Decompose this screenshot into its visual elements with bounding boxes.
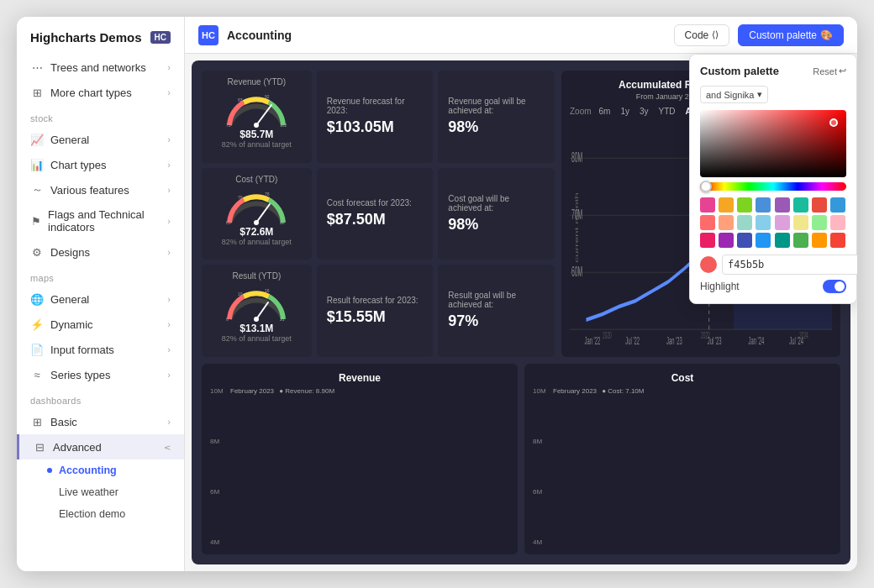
svg-text:21: 21 — [280, 317, 285, 322]
sidebar-item-advanced[interactable]: ⊟ Advanced ∨ — [17, 434, 184, 459]
section-label-stock: stock — [17, 105, 184, 127]
swatch-18[interactable] — [737, 233, 752, 248]
sidebar-sub-item-accounting[interactable]: Accounting — [17, 459, 184, 481]
rev-y-mid: 8M — [210, 438, 225, 445]
palette-icon: 🎨 — [820, 29, 833, 41]
swatch-8[interactable] — [700, 215, 715, 230]
swatch-19[interactable] — [756, 233, 771, 248]
sidebar-item-more-chart-types[interactable]: ⊞ More chart types › — [17, 80, 184, 105]
wave-icon: ～ — [30, 183, 44, 197]
swatch-0[interactable] — [700, 197, 715, 213]
cost-y-mid: 8M — [533, 438, 548, 445]
svg-point-7 — [254, 220, 259, 225]
revenue-bar-title: Revenue — [210, 372, 509, 384]
reset-button[interactable]: Reset ↩ — [813, 66, 846, 76]
app-logo: HC — [198, 25, 218, 45]
code-button[interactable]: Code ⟨⟩ — [674, 24, 730, 46]
svg-text:Jan '23: Jan '23 — [666, 335, 682, 347]
swatch-1[interactable] — [719, 197, 734, 213]
color-picker-area[interactable] — [700, 110, 846, 177]
zoom-6m[interactable]: 6m — [597, 106, 613, 117]
revenue-gauge-subtitle: 82% of annual target — [222, 140, 292, 149]
sidebar-item-designs[interactable]: ⚙ Designs › — [17, 239, 184, 265]
swatch-4[interactable] — [775, 197, 790, 213]
reset-icon: ↩ — [839, 66, 846, 76]
highlight-label: Highlight — [700, 281, 740, 292]
sidebar-sub-item-election-demo[interactable]: Election demo — [17, 503, 184, 525]
svg-text:92: 92 — [265, 94, 270, 99]
sidebar-item-various[interactable]: ～ Various features › — [17, 177, 184, 202]
cost-y-top: 10M — [533, 387, 548, 395]
swatch-3[interactable] — [756, 197, 771, 213]
swatch-15[interactable] — [830, 215, 845, 230]
zoom-ytd[interactable]: YTD — [656, 106, 678, 117]
swatch-9[interactable] — [719, 215, 734, 230]
swatch-22[interactable] — [812, 233, 827, 248]
bar-col — [277, 545, 299, 546]
swatch-6[interactable] — [812, 197, 827, 213]
sidebar-item-series-types[interactable]: ≈ Series types › — [17, 362, 184, 387]
swatch-23[interactable] — [830, 233, 845, 248]
zoom-3y[interactable]: 3y — [637, 106, 651, 117]
bar-col — [787, 545, 808, 546]
swatch-14[interactable] — [812, 215, 827, 230]
swatch-17[interactable] — [719, 233, 734, 248]
cost-bar-panel: Cost 10M 8M 6M 4M February 2023 ● — [524, 364, 840, 554]
bar-col — [577, 545, 598, 546]
app-badge: HC — [150, 31, 171, 44]
sidebar-item-chart-types[interactable]: 📊 Chart types › — [17, 152, 184, 177]
hue-thumb[interactable] — [700, 181, 712, 192]
result-gauge-panel: Result (YTD) 6 10 16 — [202, 265, 312, 357]
sidebar-item-input-formats[interactable]: 📄 Input formats › — [17, 337, 184, 362]
cost-legend-dot: ● — [602, 387, 606, 395]
font-dropdown[interactable]: and Signika ▾ — [700, 86, 768, 103]
rev-legend-label: Revenue: 8.90M — [285, 387, 334, 395]
swatch-2[interactable] — [737, 197, 752, 213]
cost-forecast-label: Cost forecast for 2023: — [327, 198, 424, 207]
svg-point-1 — [254, 123, 259, 128]
svg-text:6: 6 — [226, 317, 229, 322]
rev-y-top: 10M — [210, 387, 225, 395]
swatch-5[interactable] — [793, 197, 808, 213]
rev-y-low: 6M — [210, 488, 225, 496]
bar-col — [371, 545, 392, 546]
revenue-forecast-label: Revenue forecast for 2023: — [327, 97, 424, 115]
cost-forecast-panel: Cost forecast for 2023: $87.50M — [317, 168, 434, 260]
custom-palette-button[interactable]: Custom palette 🎨 — [738, 24, 844, 46]
swatch-21[interactable] — [793, 233, 808, 248]
sidebar-sub-item-live-weather[interactable]: Live weather — [17, 481, 184, 503]
result-gauge-value: $13.1M — [240, 323, 273, 334]
swatch-10[interactable] — [737, 215, 752, 230]
svg-text:2024: 2024 — [799, 330, 808, 341]
chevron-icon: › — [167, 319, 171, 329]
svg-text:70: 70 — [238, 195, 243, 200]
zoom-1y[interactable]: 1y — [618, 106, 632, 117]
sidebar-item-dynamic[interactable]: ⚡ Dynamic › — [17, 312, 184, 337]
bar-col — [763, 545, 785, 546]
sidebar-item-maps-general[interactable]: 🌐 General › — [17, 286, 184, 312]
swatch-11[interactable] — [756, 215, 771, 230]
swatch-7[interactable] — [830, 197, 845, 213]
swatch-20[interactable] — [775, 233, 790, 248]
sidebar-item-stock-general[interactable]: 📈 General › — [17, 127, 184, 152]
svg-text:10: 10 — [238, 291, 243, 297]
revenue-goal-label: Revenue goal will be achieved at: — [448, 97, 545, 115]
sidebar-item-trees[interactable]: ⋯ Trees and networks › — [17, 55, 184, 80]
chevron-icon: › — [167, 216, 171, 226]
sidebar-item-basic[interactable]: ⊞ Basic › — [17, 409, 184, 434]
cost-gauge-value: $72.6M — [240, 226, 273, 238]
sidebar-item-flags[interactable]: ⚑ Flags and Technical indicators › — [17, 202, 184, 239]
bar-col — [487, 545, 509, 546]
bar-col — [717, 545, 739, 546]
svg-text:16: 16 — [265, 288, 270, 293]
chevron-icon: › — [167, 247, 171, 257]
revenue-gauge-value: $85.7M — [240, 129, 273, 140]
hue-slider[interactable] — [700, 182, 846, 191]
revenue-forecast-value: $103.05M — [327, 118, 424, 136]
swatch-13[interactable] — [793, 215, 808, 230]
color-picker-dot[interactable] — [829, 118, 838, 127]
hex-input[interactable] — [722, 255, 857, 275]
swatch-12[interactable] — [775, 215, 790, 230]
swatch-16[interactable] — [700, 233, 715, 248]
highlight-toggle[interactable] — [823, 280, 846, 293]
